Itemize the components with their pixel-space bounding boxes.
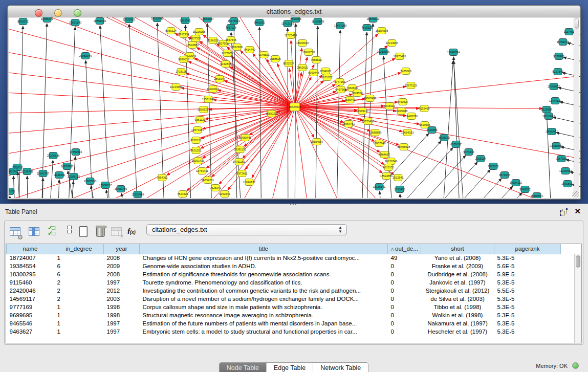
table-cell[interactable]: 0 [388, 311, 421, 319]
table-cell[interactable]: Genome-wide association studies in ADHD. [140, 262, 388, 270]
table-cell[interactable]: 14569117 [7, 295, 54, 303]
table-cell[interactable]: Tibbo et al. (1998) [421, 303, 494, 311]
table-cell[interactable]: Changes of HCN gene expression and I(f) … [140, 254, 388, 262]
table-cell[interactable]: 2 [54, 278, 104, 287]
table-cell[interactable]: 9777169 [7, 303, 54, 311]
table-cell[interactable]: 0 [388, 319, 421, 327]
table-row[interactable]: 969969511998Structural magnetic resonanc… [7, 311, 561, 319]
table-cell[interactable]: 1 [54, 319, 104, 327]
table-cell[interactable]: 0 [388, 295, 421, 303]
table-cell[interactable]: 0 [388, 262, 421, 270]
table-cell[interactable]: Embryonic stem cells: a model to study s… [140, 327, 388, 336]
table-cell[interactable]: 1 [54, 327, 104, 336]
table-cell[interactable]: 9115460 [7, 278, 54, 287]
table-cell[interactable]: 1997 [104, 319, 140, 327]
scrollbar-thumb[interactable] [576, 255, 580, 268]
table-select-dropdown[interactable]: citations_edges.txt ▲▼ [146, 224, 347, 235]
table-cell[interactable]: 5.3E-5 [494, 295, 561, 303]
close-panel-icon[interactable]: ✕ [574, 207, 581, 216]
table-cell[interactable]: 9699695 [7, 311, 54, 319]
column-header-in_degree[interactable]: in_degree [54, 244, 104, 254]
column-header-title[interactable]: title [140, 244, 388, 254]
table-cell[interactable]: 5.6E-5 [494, 262, 561, 270]
column-header-pagerank[interactable]: pagerank [494, 244, 561, 254]
table-cell[interactable]: 5.3E-5 [494, 311, 561, 319]
float-panel-icon[interactable] [560, 209, 568, 215]
table-cell[interactable]: 2 [54, 287, 104, 295]
table-cell[interactable]: Structural magnetic resonance image aver… [140, 311, 388, 319]
table-cell[interactable]: Franke et al. (2009) [421, 262, 494, 270]
table-cell[interactable]: 18724007 [7, 254, 54, 262]
table-cell[interactable]: 1997 [104, 278, 140, 287]
table-cell[interactable]: 5.3E-5 [494, 278, 561, 287]
table-cell[interactable]: 5.3E-5 [494, 327, 561, 336]
table-cell[interactable]: Corpus callosum shape and size in male p… [140, 303, 388, 311]
table-cell[interactable]: 9463627 [7, 327, 54, 336]
table-cell[interactable]: Dudbridge et al. (2008) [421, 270, 494, 278]
function-builder-icon[interactable]: f(x) [127, 227, 141, 240]
table-cell[interactable]: 1 [54, 254, 104, 262]
table-cell[interactable]: 0 [388, 278, 421, 287]
attribute-table[interactable]: namein_degreeyeartitle△out_de...shortpag… [6, 244, 582, 343]
table-cell[interactable]: 1 [54, 303, 104, 311]
table-cell[interactable]: Yano et al. (2008) [421, 254, 494, 262]
split-pane-divider[interactable] [289, 204, 297, 206]
network-window-titlebar[interactable]: citations_edges.txt [8, 6, 580, 17]
table-row[interactable]: 911546021997Tourette syndrome. Phenomeno… [7, 278, 561, 287]
table-cell[interactable]: 5.9E-5 [494, 270, 561, 278]
table-cell[interactable]: Estimation of significance thresholds fo… [140, 270, 388, 278]
column-header-name[interactable]: name [7, 244, 54, 254]
window-resize-grip[interactable] [572, 191, 579, 198]
table-cell[interactable]: de Silva et al. (2003) [421, 295, 494, 303]
table-vertical-scrollbar[interactable] [574, 254, 581, 343]
table-cell[interactable]: 19384554 [7, 262, 54, 270]
table-row[interactable]: 977716911998Corpus callosum shape and si… [7, 303, 561, 311]
table-cell[interactable]: 5.5E-5 [494, 287, 561, 295]
table-cell[interactable]: 2003 [104, 295, 140, 303]
table-cell[interactable]: 2 [54, 295, 104, 303]
table-row[interactable]: 946554611997Estimation of the future num… [7, 319, 561, 327]
table-cell[interactable]: Tourette syndrome. Phenomenology and cla… [140, 278, 388, 287]
table-cell[interactable]: 5.3E-5 [494, 254, 561, 262]
table-row[interactable]: 2242004622012Investigating the contribut… [7, 287, 561, 295]
table-cell[interactable]: 5.3E-5 [494, 303, 561, 311]
memory-status-indicator[interactable] [572, 362, 579, 369]
table-cell[interactable]: 18300295 [7, 270, 54, 278]
table-cell[interactable]: Stergiakouli et al. (2012) [421, 287, 494, 295]
delete-column-icon[interactable] [94, 225, 107, 238]
table-cell[interactable]: 6 [54, 262, 104, 270]
column-header-out_de[interactable]: △out_de... [388, 244, 421, 254]
table-cell[interactable]: 0 [388, 270, 421, 278]
table-cell[interactable]: 5.3E-5 [494, 319, 561, 327]
create-column-icon[interactable] [77, 225, 91, 238]
table-row[interactable]: 946362711997Embryonic stem cells: a mode… [7, 327, 561, 336]
column-header-year[interactable]: year [104, 244, 140, 254]
table-cell[interactable]: Estimation of the future numbers of pati… [140, 319, 388, 327]
table-cell[interactable]: Nakamura et al. (1997) [421, 319, 494, 327]
table-cell[interactable]: Wolkin et al. (1998) [421, 311, 494, 319]
table-row[interactable]: 1830029562008Estimation of significance … [7, 270, 561, 278]
table-cell[interactable]: 2012 [104, 287, 140, 295]
table-cell[interactable]: 2008 [104, 254, 140, 262]
table-cell[interactable]: 0 [388, 303, 421, 311]
table-row[interactable]: 1872400712008Changes of HCN gene express… [7, 254, 561, 262]
table-cell[interactable]: Disruption of a novel member of a sodium… [140, 295, 388, 303]
column-header-short[interactable]: short [421, 244, 494, 254]
table-cell[interactable]: Hescheler et al. (1997) [421, 327, 494, 336]
merge-rows-icon[interactable] [63, 225, 76, 238]
table-cell[interactable]: Investigating the contribution of common… [140, 287, 388, 295]
table-cell[interactable]: 1998 [104, 303, 140, 311]
table-cell[interactable]: 1998 [104, 311, 140, 319]
table-settings-icon[interactable] [9, 225, 22, 238]
table-cell[interactable]: 1 [54, 311, 104, 319]
network-view-window[interactable]: citations_edges.txt 89601248912934152260… [7, 5, 581, 200]
table-cell[interactable]: Jankovic et al. (1997) [421, 278, 494, 287]
table-row[interactable]: 1456911722003Disruption of a novel membe… [7, 295, 561, 303]
network-vertical-scrollbar[interactable] [574, 17, 579, 198]
table-cell[interactable]: 0 [388, 287, 421, 295]
table-cell[interactable]: 1997 [104, 327, 140, 336]
column-select-icon[interactable] [28, 225, 41, 238]
table-cell[interactable]: 0 [388, 327, 421, 336]
table-cell[interactable]: 22420046 [7, 287, 54, 295]
row-check-icon[interactable]: ✓□✓□ [48, 225, 61, 238]
